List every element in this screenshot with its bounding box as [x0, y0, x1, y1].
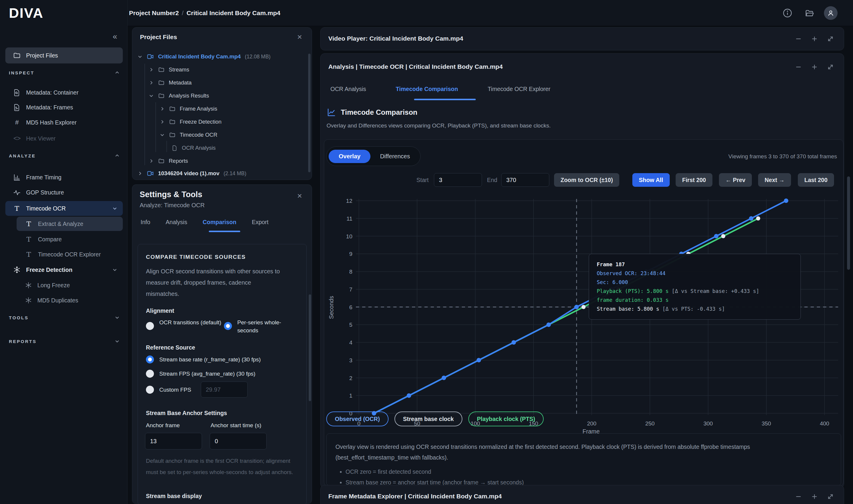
- sidebar-item-label: Freeze Detection: [26, 267, 107, 273]
- tree-row[interactable]: Critical Incident Body Cam.mp4 (12.08 MB…: [137, 50, 270, 63]
- app-logo[interactable]: DIVA: [9, 5, 43, 21]
- tab-ocr-analysis[interactable]: OCR Analysis: [331, 86, 366, 92]
- sidebar-section-reports[interactable]: REPORTS: [9, 339, 120, 344]
- sidebar-item-timecode-ocr-explorer[interactable]: T Timecode OCR Explorer: [17, 247, 123, 262]
- sidebar: DIVA « Project Files INSPECT Metadata: C…: [0, 0, 127, 504]
- panel-title: Project Files: [140, 34, 177, 41]
- chevron-down-icon: [114, 315, 120, 320]
- tab-info[interactable]: Info: [141, 219, 150, 226]
- sidebar-item-project-files[interactable]: Project Files: [5, 48, 123, 64]
- folder-icon: [13, 52, 21, 59]
- sidebar-section-tools[interactable]: TOOLS: [9, 315, 120, 320]
- tab-analysis[interactable]: Analysis: [166, 219, 188, 226]
- tab-comparison[interactable]: Comparison: [202, 219, 236, 226]
- tab-timecode-comparison[interactable]: Timecode Comparison: [396, 86, 458, 92]
- minimize-icon[interactable]: [795, 63, 802, 71]
- radio-stream-base-rate[interactable]: Stream base rate (r_frame_rate) (30 fps): [146, 356, 261, 363]
- tree-row[interactable]: Metadata: [148, 76, 192, 89]
- radio-custom-fps[interactable]: Custom FPS: [146, 381, 248, 398]
- start-input[interactable]: [434, 173, 482, 187]
- expand-icon[interactable]: [827, 63, 834, 71]
- legend-observed-ocr[interactable]: Observed (OCR): [326, 412, 389, 426]
- video-file-icon: [147, 170, 154, 177]
- svg-text:2: 2: [349, 375, 352, 381]
- snowflake-icon: [25, 282, 32, 289]
- toggle-overlay[interactable]: Overlay: [328, 150, 370, 163]
- breadcrumb-project[interactable]: Project Number2: [129, 10, 179, 17]
- close-icon[interactable]: ×: [297, 192, 302, 200]
- tree-row[interactable]: 10346204 video (1).mov (2.14 MB): [137, 167, 247, 180]
- radio-per-series-whole-seconds[interactable]: Per-series whole-seconds: [224, 319, 298, 335]
- folder-icon: [169, 119, 176, 125]
- sidebar-item-label: Timecode OCR: [26, 205, 107, 212]
- add-icon[interactable]: [811, 493, 818, 501]
- sidebar-item-metadata-container[interactable]: Metadata: Container: [5, 85, 123, 100]
- minimize-icon[interactable]: [795, 35, 802, 43]
- sidebar-item-long-freeze[interactable]: Long Freeze: [17, 278, 123, 292]
- svg-text:200: 200: [587, 420, 597, 427]
- tree-row[interactable]: Analysis Results: [148, 89, 209, 102]
- sidebar-item-freeze-detection[interactable]: Freeze Detection: [5, 263, 123, 277]
- tree-row[interactable]: OCR Analysis: [172, 141, 216, 155]
- next-button[interactable]: Next →: [758, 173, 791, 187]
- sidebar-section-analyze[interactable]: ANALYZE: [9, 153, 120, 158]
- sidebar-item-hex-viewer[interactable]: <> Hex Viewer: [5, 131, 123, 146]
- sidebar-collapse-button[interactable]: «: [113, 32, 117, 41]
- add-icon[interactable]: [811, 35, 818, 43]
- toggle-differences[interactable]: Differences: [372, 150, 418, 163]
- expand-icon[interactable]: [827, 493, 834, 501]
- tooltip-frame-duration: frame duration: 0.033 s: [597, 295, 793, 305]
- frame-metadata-panel: Frame Metadata Explorer | Critical Incid…: [320, 485, 844, 504]
- legend-stream-base-clock[interactable]: Stream base clock: [394, 412, 462, 426]
- custom-fps-input[interactable]: [201, 381, 248, 398]
- last-200-button[interactable]: Last 200: [798, 173, 834, 187]
- avatar[interactable]: [824, 6, 838, 20]
- close-icon[interactable]: ×: [297, 33, 302, 41]
- svg-text:6: 6: [349, 304, 352, 310]
- prev-button[interactable]: ← Prev: [719, 173, 752, 187]
- sidebar-item-compare[interactable]: T Compare: [17, 232, 123, 246]
- sidebar-item-label: MD5 Duplicates: [37, 297, 78, 304]
- tree-row[interactable]: Streams: [148, 63, 189, 76]
- main-scrollbar-thumb[interactable]: [847, 176, 850, 270]
- anchor-frame-input[interactable]: [145, 433, 202, 449]
- scrollbar-thumb[interactable]: [308, 54, 310, 172]
- chart-footnote: Overlay view is rendered using OCR secon…: [326, 433, 841, 486]
- sidebar-item-gop-structure[interactable]: GOP Structure: [5, 185, 123, 199]
- tab-timecode-ocr-explorer[interactable]: Timecode OCR Explorer: [487, 86, 550, 92]
- chevron-right-icon: [160, 119, 165, 125]
- radio-ocr-transitions[interactable]: OCR transitions (default): [146, 319, 223, 330]
- tree-row[interactable]: Frame Analysis: [160, 102, 217, 115]
- sidebar-section-inspect[interactable]: INSPECT: [9, 70, 120, 75]
- sidebar-item-frame-timing[interactable]: Frame Timing: [5, 170, 123, 184]
- info-icon[interactable]: [782, 8, 793, 18]
- sidebar-item-md5-hash-explorer[interactable]: # MD5 Hash Explorer: [5, 115, 123, 129]
- sidebar-item-timecode-ocr[interactable]: T Timecode OCR: [5, 201, 123, 216]
- scrollbar-thumb[interactable]: [309, 294, 311, 401]
- minimize-icon[interactable]: [795, 493, 802, 501]
- legend-playback-clock[interactable]: Playback clock (PTS): [468, 412, 544, 426]
- sidebar-item-metadata-frames[interactable]: Metadata: Frames: [5, 100, 123, 114]
- first-200-button[interactable]: First 200: [676, 173, 712, 187]
- tree-row[interactable]: Timecode OCR: [160, 128, 217, 141]
- tree-row[interactable]: Reports: [148, 155, 188, 167]
- tab-export[interactable]: Export: [252, 219, 268, 226]
- zoom-to-ocr-button[interactable]: Zoom to OCR (±10): [554, 173, 619, 187]
- radio-label: Per-series whole-seconds: [237, 319, 292, 335]
- radio-stream-fps[interactable]: Stream FPS (avg_frame_rate) (30 fps): [146, 370, 255, 378]
- settings-tools-panel: Settings & Tools Analyze: Timecode OCR ×…: [132, 184, 312, 504]
- sidebar-item-md5-duplicates[interactable]: MD5 Duplicates: [17, 293, 123, 307]
- end-input[interactable]: [501, 173, 549, 187]
- sidebar-item-label: Hex Viewer: [26, 135, 55, 142]
- anchor-start-input[interactable]: [210, 433, 267, 449]
- tooltip-playback: Playback (PTS): 5.800 s [Δ vs Stream bas…: [597, 287, 793, 295]
- open-folder-icon[interactable]: [804, 8, 814, 18]
- tree-row[interactable]: Freeze Detection: [160, 115, 221, 128]
- file-icon: [172, 145, 178, 151]
- add-icon[interactable]: [811, 63, 818, 71]
- panel-title: Frame Metadata Explorer | Critical Incid…: [328, 493, 502, 500]
- active-tab-underline: [414, 99, 476, 100]
- sidebar-item-extract-analyze[interactable]: T Extract & Analyze: [17, 217, 123, 231]
- expand-icon[interactable]: [827, 35, 834, 43]
- show-all-button[interactable]: Show All: [632, 173, 670, 187]
